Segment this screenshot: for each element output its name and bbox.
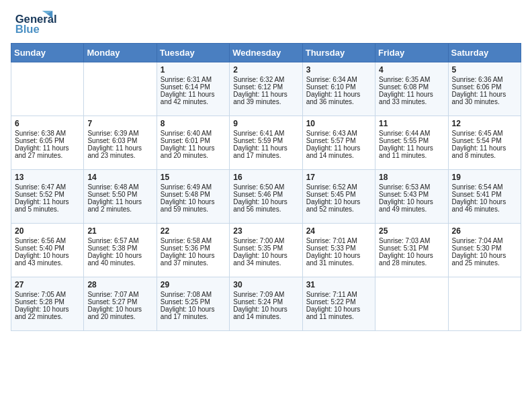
day-number: 12: [452, 119, 517, 128]
sunrise-text: Sunrise: 6:35 AM: [379, 76, 444, 83]
weekday-header-monday: Monday: [84, 44, 157, 62]
sunrise-text: Sunrise: 7:09 AM: [233, 291, 298, 298]
sunrise-text: Sunrise: 6:49 AM: [161, 183, 226, 191]
sunset-text: Sunset: 6:06 PM: [452, 83, 517, 91]
calendar-cell: 19Sunrise: 6:54 AMSunset: 5:41 PMDayligh…: [448, 170, 521, 224]
calendar-cell: 28Sunrise: 7:07 AMSunset: 5:27 PMDayligh…: [84, 277, 157, 331]
daylight-text: Daylight: 10 hours and 25 minutes.: [452, 252, 517, 267]
sunset-text: Sunset: 5:54 PM: [452, 137, 517, 144]
calendar-cell: 13Sunrise: 6:47 AMSunset: 5:52 PMDayligh…: [11, 170, 84, 224]
daylight-text: Daylight: 10 hours and 56 minutes.: [233, 198, 298, 213]
sunset-text: Sunset: 5:43 PM: [379, 191, 444, 198]
day-number: 14: [87, 173, 152, 182]
calendar-cell: 1Sunrise: 6:31 AMSunset: 6:14 PMDaylight…: [157, 62, 229, 116]
logo-icon: GeneralBlue: [11, 11, 64, 38]
weekday-header-thursday: Thursday: [302, 44, 375, 62]
calendar-week-row: 20Sunrise: 6:56 AMSunset: 5:40 PMDayligh…: [11, 224, 521, 277]
sunrise-text: Sunrise: 6:38 AM: [15, 130, 80, 137]
weekday-header-friday: Friday: [375, 44, 448, 62]
sunset-text: Sunset: 6:14 PM: [161, 83, 226, 91]
calendar-cell: 18Sunrise: 6:53 AMSunset: 5:43 PMDayligh…: [375, 170, 448, 224]
calendar-week-row: 6Sunrise: 6:38 AMSunset: 6:05 PMDaylight…: [11, 116, 521, 170]
sunset-text: Sunset: 5:33 PM: [306, 244, 371, 252]
calendar-cell: [448, 277, 521, 331]
sunset-text: Sunset: 6:12 PM: [233, 83, 298, 91]
weekday-header-wednesday: Wednesday: [230, 44, 302, 62]
sunrise-text: Sunrise: 7:00 AM: [233, 237, 298, 244]
sunset-text: Sunset: 5:38 PM: [87, 244, 152, 252]
sunrise-text: Sunrise: 6:54 AM: [452, 183, 517, 191]
day-number: 29: [161, 280, 226, 289]
sunrise-text: Sunrise: 6:52 AM: [306, 183, 371, 191]
daylight-text: Daylight: 11 hours and 36 minutes.: [306, 91, 371, 105]
sunrise-text: Sunrise: 6:50 AM: [233, 183, 298, 191]
day-number: 30: [233, 280, 298, 289]
daylight-text: Daylight: 10 hours and 49 minutes.: [379, 198, 444, 213]
day-number: 5: [452, 65, 517, 75]
daylight-text: Daylight: 11 hours and 39 minutes.: [233, 91, 298, 105]
calendar-cell: 6Sunrise: 6:38 AMSunset: 6:05 PMDaylight…: [11, 116, 84, 170]
sunrise-text: Sunrise: 7:08 AM: [161, 291, 226, 298]
sunset-text: Sunset: 5:28 PM: [15, 298, 80, 306]
daylight-text: Daylight: 10 hours and 59 minutes.: [161, 198, 226, 213]
day-number: 3: [306, 65, 371, 75]
calendar-cell: 4Sunrise: 6:35 AMSunset: 6:08 PMDaylight…: [375, 62, 448, 116]
sunrise-text: Sunrise: 7:01 AM: [306, 237, 371, 244]
day-number: 20: [15, 226, 80, 236]
sunset-text: Sunset: 6:05 PM: [15, 137, 80, 144]
calendar-cell: 2Sunrise: 6:32 AMSunset: 6:12 PMDaylight…: [230, 62, 302, 116]
day-number: 19: [452, 173, 517, 182]
sunrise-text: Sunrise: 6:47 AM: [15, 183, 80, 191]
sunset-text: Sunset: 5:22 PM: [306, 298, 371, 306]
daylight-text: Daylight: 11 hours and 30 minutes.: [452, 91, 517, 105]
calendar-cell: 23Sunrise: 7:00 AMSunset: 5:35 PMDayligh…: [230, 224, 302, 277]
calendar-table: SundayMondayTuesdayWednesdayThursdayFrid…: [11, 43, 521, 331]
sunset-text: Sunset: 5:24 PM: [233, 298, 298, 306]
day-number: 4: [379, 65, 444, 75]
sunset-text: Sunset: 5:36 PM: [161, 244, 226, 252]
calendar-cell: 16Sunrise: 6:50 AMSunset: 5:46 PMDayligh…: [230, 170, 302, 224]
day-number: 22: [161, 226, 226, 236]
weekday-header-sunday: Sunday: [11, 44, 84, 62]
daylight-text: Daylight: 11 hours and 27 minutes.: [15, 144, 80, 159]
calendar-cell: 7Sunrise: 6:39 AMSunset: 6:03 PMDaylight…: [84, 116, 157, 170]
calendar-cell: [11, 62, 84, 116]
sunset-text: Sunset: 5:27 PM: [87, 298, 152, 306]
day-number: 13: [15, 173, 80, 182]
sunrise-text: Sunrise: 6:31 AM: [161, 76, 226, 83]
calendar-cell: 25Sunrise: 7:03 AMSunset: 5:31 PMDayligh…: [375, 224, 448, 277]
sunset-text: Sunset: 5:41 PM: [452, 191, 517, 198]
calendar-cell: 3Sunrise: 6:34 AMSunset: 6:10 PMDaylight…: [302, 62, 375, 116]
sunset-text: Sunset: 5:46 PM: [233, 191, 298, 198]
weekday-header-row: SundayMondayTuesdayWednesdayThursdayFrid…: [11, 44, 521, 62]
daylight-text: Daylight: 10 hours and 31 minutes.: [306, 252, 371, 267]
svg-text:Blue: Blue: [15, 23, 40, 36]
daylight-text: Daylight: 11 hours and 8 minutes.: [452, 144, 517, 159]
sunrise-text: Sunrise: 6:43 AM: [306, 130, 371, 137]
sunset-text: Sunset: 5:25 PM: [161, 298, 226, 306]
daylight-text: Daylight: 10 hours and 20 minutes.: [87, 306, 152, 320]
sunrise-text: Sunrise: 7:03 AM: [379, 237, 444, 244]
day-number: 1: [161, 65, 226, 75]
sunset-text: Sunset: 5:52 PM: [15, 191, 80, 198]
calendar-cell: 15Sunrise: 6:49 AMSunset: 5:48 PMDayligh…: [157, 170, 229, 224]
day-number: 26: [452, 226, 517, 236]
daylight-text: Daylight: 10 hours and 46 minutes.: [452, 198, 517, 213]
calendar-cell: 11Sunrise: 6:44 AMSunset: 5:55 PMDayligh…: [375, 116, 448, 170]
daylight-text: Daylight: 10 hours and 34 minutes.: [233, 252, 298, 267]
sunset-text: Sunset: 5:59 PM: [233, 137, 298, 144]
sunset-text: Sunset: 6:03 PM: [87, 137, 152, 144]
sunset-text: Sunset: 5:40 PM: [15, 244, 80, 252]
sunset-text: Sunset: 5:50 PM: [87, 191, 152, 198]
calendar-cell: 20Sunrise: 6:56 AMSunset: 5:40 PMDayligh…: [11, 224, 84, 277]
calendar-cell: 17Sunrise: 6:52 AMSunset: 5:45 PMDayligh…: [302, 170, 375, 224]
daylight-text: Daylight: 11 hours and 23 minutes.: [87, 144, 152, 159]
daylight-text: Daylight: 10 hours and 37 minutes.: [161, 252, 226, 267]
calendar-cell: 10Sunrise: 6:43 AMSunset: 5:57 PMDayligh…: [302, 116, 375, 170]
day-number: 16: [233, 173, 298, 182]
calendar-cell: 8Sunrise: 6:40 AMSunset: 6:01 PMDaylight…: [157, 116, 229, 170]
calendar-cell: 22Sunrise: 6:58 AMSunset: 5:36 PMDayligh…: [157, 224, 229, 277]
weekday-header-tuesday: Tuesday: [157, 44, 229, 62]
calendar-week-row: 13Sunrise: 6:47 AMSunset: 5:52 PMDayligh…: [11, 170, 521, 224]
day-number: 18: [379, 173, 444, 182]
